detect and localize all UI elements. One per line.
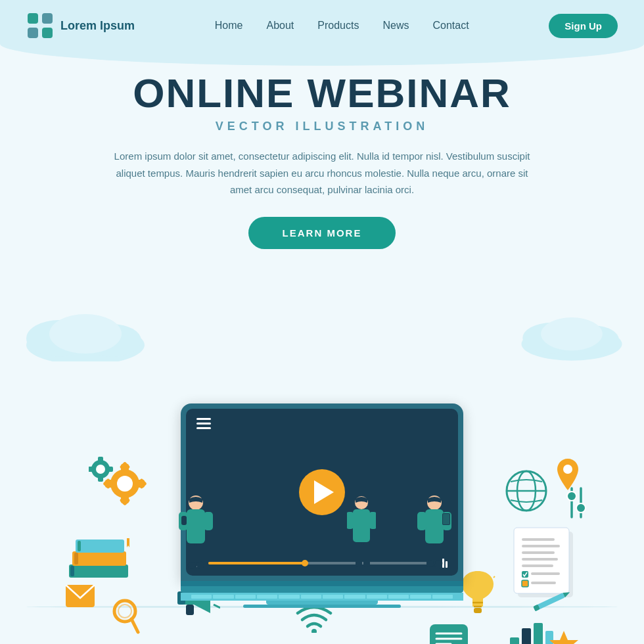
svg-line-52 — [494, 576, 495, 578]
svg-point-77 — [576, 503, 586, 513]
progress-fill — [208, 562, 308, 564]
bar-chart-icon — [510, 618, 553, 644]
svg-rect-39 — [69, 564, 128, 578]
svg-point-46 — [311, 629, 317, 633]
magnifier-icon — [110, 598, 140, 637]
svg-rect-3 — [42, 28, 53, 38]
hero-subtitle: VECTOR ILLUSTRATION — [13, 120, 631, 133]
svg-point-24 — [117, 476, 133, 492]
nav-item-news[interactable]: News — [382, 20, 409, 32]
screen-menu-icon — [196, 418, 211, 429]
svg-rect-65 — [522, 628, 531, 644]
learn-more-button[interactable]: LEARN MORE — [248, 217, 396, 249]
svg-rect-66 — [534, 623, 543, 644]
svg-rect-35 — [98, 457, 103, 463]
progress-dot — [302, 560, 308, 566]
svg-rect-100 — [188, 562, 196, 569]
person-right — [417, 495, 451, 573]
laptop-base — [181, 581, 463, 593]
svg-rect-36 — [98, 475, 103, 482]
lightbulb-icon — [459, 568, 496, 618]
laptop-hinge — [181, 581, 463, 586]
svg-rect-1 — [42, 13, 53, 24]
video-progress-bar — [196, 559, 448, 568]
video-play-button[interactable] — [299, 469, 345, 515]
svg-rect-107 — [363, 542, 370, 567]
svg-rect-80 — [522, 538, 555, 541]
play-triangle — [314, 480, 334, 504]
svg-rect-106 — [356, 542, 362, 567]
svg-rect-109 — [425, 509, 444, 543]
svg-rect-88 — [531, 572, 560, 575]
svg-rect-40 — [70, 566, 74, 576]
svg-rect-81 — [522, 545, 560, 547]
svg-rect-0 — [28, 13, 38, 24]
svg-point-34 — [96, 465, 105, 474]
star-icon — [549, 630, 578, 644]
checklist-icon — [513, 526, 578, 601]
sliders-icon — [565, 486, 590, 522]
svg-point-11 — [541, 317, 603, 350]
svg-rect-110 — [417, 512, 426, 530]
svg-rect-83 — [522, 558, 558, 561]
person-center — [347, 495, 376, 573]
svg-rect-44 — [78, 541, 81, 551]
nav-item-products[interactable]: Products — [317, 20, 359, 32]
books-icon — [69, 533, 135, 582]
cloud-left — [20, 309, 151, 361]
logo-text: Lorem Ipsum — [60, 19, 135, 33]
svg-rect-116 — [426, 560, 434, 567]
nav-item-home[interactable]: Home — [215, 20, 243, 32]
svg-rect-97 — [181, 516, 187, 525]
svg-rect-104 — [347, 512, 354, 529]
person-left — [179, 495, 213, 573]
svg-point-73 — [563, 465, 572, 474]
hero-title: ONLINE WEBINAR — [13, 71, 631, 116]
svg-rect-105 — [369, 512, 376, 529]
svg-rect-43 — [76, 540, 124, 553]
svg-marker-45 — [127, 538, 129, 547]
svg-rect-85 — [522, 571, 528, 578]
svg-marker-69 — [549, 631, 578, 644]
svg-rect-38 — [106, 467, 113, 472]
illustration-area: @ — [0, 302, 644, 644]
svg-line-15 — [131, 619, 138, 632]
svg-rect-96 — [204, 512, 213, 530]
svg-rect-2 — [28, 28, 38, 38]
hero-description: Lorem ipsum dolor sit amet, consectetur … — [112, 148, 532, 198]
email-icon — [66, 585, 95, 610]
navbar: Lorem Ipsum Home About Products News Con… — [0, 0, 644, 51]
svg-point-14 — [118, 605, 131, 618]
svg-rect-89 — [531, 582, 556, 584]
cloud-right — [513, 309, 631, 361]
svg-point-76 — [567, 492, 576, 501]
svg-rect-82 — [522, 551, 555, 554]
svg-rect-50 — [474, 608, 482, 613]
logo-icon — [26, 12, 54, 39]
progress-track — [208, 562, 430, 564]
chat-bubble-icon — [430, 624, 468, 644]
svg-rect-64 — [510, 637, 519, 644]
svg-rect-84 — [522, 564, 553, 567]
svg-rect-41 — [72, 551, 126, 566]
logo-area: Lorem Ipsum — [26, 12, 135, 39]
hero-section: ONLINE WEBINAR VECTOR ILLUSTRATION Lorem… — [0, 51, 644, 256]
svg-rect-103 — [353, 509, 370, 542]
signup-button[interactable]: Sign Up — [549, 14, 618, 38]
svg-rect-94 — [187, 509, 205, 543]
svg-rect-42 — [74, 553, 78, 564]
globe-icon — [504, 469, 549, 516]
nav-links: Home About Products News Contact — [215, 20, 469, 32]
gear-icons — [89, 451, 161, 513]
nav-item-about[interactable]: About — [266, 20, 294, 32]
svg-point-7 — [49, 314, 122, 354]
svg-rect-113 — [443, 514, 449, 524]
svg-rect-37 — [89, 467, 95, 472]
svg-rect-86 — [522, 580, 528, 587]
nav-item-contact[interactable]: Contact — [432, 20, 469, 32]
